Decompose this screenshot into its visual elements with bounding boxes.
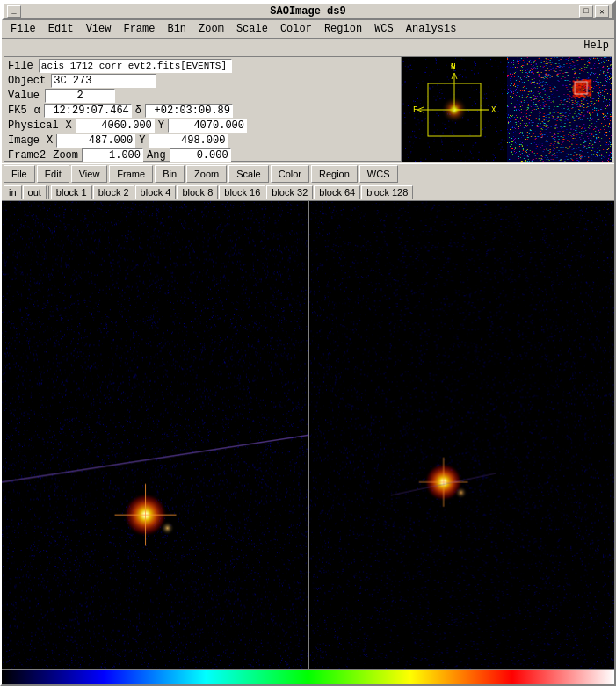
- phys-y-value: 4070.000: [168, 119, 247, 133]
- thumbnail-1: [402, 57, 507, 162]
- img-y-label: Y: [137, 134, 147, 147]
- value-row: Value 2: [8, 89, 397, 103]
- menu-bar: File Edit View Frame Bin Zoom Scale Colo…: [2, 20, 614, 39]
- physical-label: Physical: [8, 119, 62, 132]
- delta-symbol: δ: [134, 105, 143, 117]
- menu-frame[interactable]: Frame: [118, 22, 160, 36]
- physical-row: Physical X 4060.000 Y 4070.000: [8, 119, 397, 133]
- delta-value: +02:03:00.89: [145, 104, 233, 118]
- alpha-symbol: α: [33, 105, 42, 117]
- thumbnail-2: [507, 57, 612, 162]
- help-bar: Help: [2, 39, 614, 54]
- block-4-button[interactable]: block 4: [135, 185, 177, 199]
- toolbar-scale-button[interactable]: Scale: [228, 165, 269, 183]
- thumbnail-1-canvas: [402, 57, 507, 162]
- phys-x-label: X: [64, 119, 74, 132]
- color-bar: [2, 669, 614, 684]
- frame1-canvas: [2, 201, 308, 669]
- menu-zoom[interactable]: Zoom: [193, 22, 229, 36]
- toolbar-zoom-button[interactable]: Zoom: [186, 165, 227, 183]
- menu-scale[interactable]: Scale: [231, 22, 273, 36]
- object-value: 3C 273: [51, 74, 156, 88]
- toolbar: File Edit View Frame Bin Zoom Scale Colo…: [2, 163, 614, 184]
- minimize-button[interactable]: _: [7, 5, 21, 18]
- toolbar-bin-button[interactable]: Bin: [155, 165, 185, 183]
- thumbnail-2-canvas: [507, 57, 612, 162]
- toolbar-region-button[interactable]: Region: [311, 165, 358, 183]
- menu-wcs[interactable]: WCS: [369, 22, 399, 36]
- frame2-label: Frame2: [8, 149, 49, 162]
- toolbar-view-button[interactable]: View: [71, 165, 108, 183]
- img-x-label: X: [45, 134, 54, 147]
- img-y-value: 498.000: [149, 134, 228, 148]
- image-label: Image: [8, 134, 43, 147]
- menu-file[interactable]: File: [5, 22, 41, 36]
- thumbnails: [401, 57, 612, 162]
- menu-region[interactable]: Region: [319, 22, 367, 36]
- frame2-canvas: [309, 201, 615, 669]
- window-title: SAOImage ds9: [270, 5, 345, 18]
- value-label: Value: [8, 90, 43, 102]
- zoom-value: 1.000: [82, 148, 143, 162]
- menu-view[interactable]: View: [81, 22, 117, 36]
- block-64-button[interactable]: block 64: [314, 185, 360, 199]
- file-value: acis_1712_corr_evt2.fits[EVENTS]: [39, 59, 232, 73]
- frame1[interactable]: [2, 201, 309, 669]
- toolbar-wcs-button[interactable]: WCS: [359, 165, 398, 183]
- object-row: Object 3C 273: [8, 74, 397, 88]
- info-grid: File acis_1712_corr_evt2.fits[EVENTS] Ob…: [4, 57, 401, 161]
- fk5-row: FK5 α 12:29:07.464 δ +02:03:00.89: [8, 104, 397, 118]
- help-link[interactable]: Help: [583, 40, 609, 52]
- info-panel: File acis_1712_corr_evt2.fits[EVENTS] Ob…: [4, 56, 612, 162]
- frame2[interactable]: [309, 201, 615, 669]
- close-button[interactable]: ✕: [595, 5, 609, 18]
- block-8-button[interactable]: block 8: [177, 185, 218, 199]
- menu-analysis[interactable]: Analysis: [401, 22, 462, 36]
- block-16-button[interactable]: block 16: [219, 185, 265, 199]
- ang-value: 0.000: [170, 148, 231, 162]
- main-display: [2, 201, 614, 669]
- menu-edit[interactable]: Edit: [43, 22, 79, 36]
- toolbar-frame-button[interactable]: Frame: [109, 165, 153, 183]
- image-row: Image X 487.000 Y 498.000: [8, 134, 397, 148]
- file-row: File acis_1712_corr_evt2.fits[EVENTS]: [8, 59, 397, 73]
- img-x-value: 487.000: [56, 134, 135, 148]
- frame2-row: Frame2 Zoom 1.000 Ang 0.000: [8, 148, 397, 162]
- object-label: Object: [8, 75, 49, 87]
- zoom-in-button[interactable]: in: [4, 185, 22, 199]
- zoom-divider: [48, 186, 49, 199]
- toolbar-color-button[interactable]: Color: [271, 165, 309, 183]
- zoom-label: Zoom: [51, 149, 80, 162]
- title-bar: _ SAOImage ds9 □ ✕: [2, 2, 614, 20]
- toolbar-file-button[interactable]: File: [4, 165, 35, 183]
- block-2-button[interactable]: block 2: [93, 185, 134, 199]
- file-label: File: [8, 60, 37, 72]
- zoom-out-button[interactable]: out: [23, 185, 47, 199]
- menu-bin[interactable]: Bin: [162, 22, 192, 36]
- phys-y-label: Y: [156, 119, 166, 132]
- restore-button[interactable]: □: [579, 5, 593, 18]
- alpha-value: 12:29:07.464: [44, 104, 132, 118]
- block-1-button[interactable]: block 1: [51, 185, 92, 199]
- value-value: 2: [45, 89, 115, 103]
- block-128-button[interactable]: block 128: [361, 185, 413, 199]
- fk5-label: FK5: [8, 105, 31, 117]
- toolbar-edit-button[interactable]: Edit: [37, 165, 69, 183]
- phys-x-value: 4060.000: [76, 119, 155, 133]
- ang-label: Ang: [145, 149, 168, 162]
- zoom-bar: in out block 1 block 2 block 4 block 8 b…: [2, 184, 614, 201]
- menu-color[interactable]: Color: [275, 22, 317, 36]
- block-32-button[interactable]: block 32: [266, 185, 313, 199]
